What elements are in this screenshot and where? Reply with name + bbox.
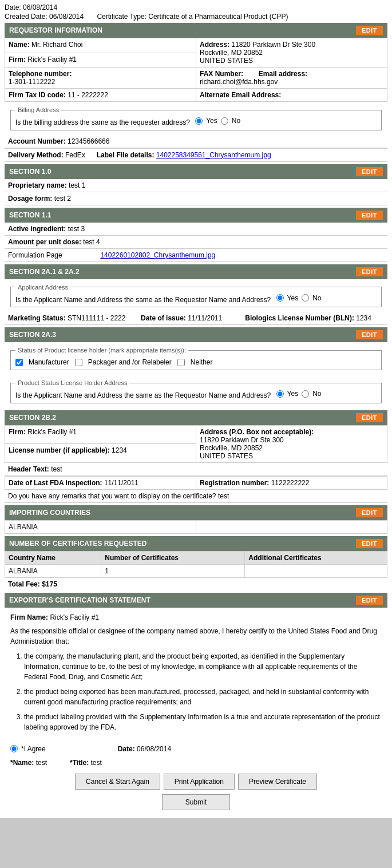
col-country: Country Name bbox=[5, 551, 101, 564]
section2a-header: SECTION 2A.1 & 2A.2 EDIT bbox=[5, 264, 387, 279]
created-date-text: Created Date: 06/08/2014 bbox=[5, 13, 84, 21]
requestor-info-table: Name: Mr. Richard Choi Address: 11820 Pa… bbox=[5, 38, 387, 102]
col-number: Number of Certificates bbox=[101, 551, 245, 564]
dosage-form-row: Dosage form: test 2 bbox=[5, 192, 387, 205]
cert-list: the company, the manufacturing plant, an… bbox=[24, 651, 382, 732]
requestor-firm-cell: Firm: Rick's Faciliy #1 bbox=[5, 53, 196, 68]
requestor-section-header: REQUESTOR INFORMATION EDIT bbox=[5, 23, 387, 38]
importing-section-header: IMPORTING COUNTRIES EDIT bbox=[5, 505, 387, 520]
cert-country-cell: ALBANIA bbox=[5, 564, 101, 577]
section10-edit-button[interactable]: EDIT bbox=[356, 167, 383, 176]
cert-type-label: Certificate Type: bbox=[97, 13, 146, 21]
meta-date: Date: 06/08/2014 bbox=[5, 3, 387, 11]
requestor-tax-cell: Firm Tax ID code: 11 - 2222222 bbox=[5, 89, 196, 102]
billing-radio-group: Yes No bbox=[195, 117, 240, 125]
certificates-table: Country Name Number of Certificates Addi… bbox=[5, 551, 387, 578]
col-additional: Additional Certificates bbox=[245, 551, 387, 564]
title-field: *Title: test bbox=[70, 759, 102, 767]
cancel-button[interactable]: Cancel & Start Again bbox=[75, 774, 160, 790]
requestor-address-cell: Address: 11820 Parklawn Dr Ste 300 Rockv… bbox=[196, 38, 387, 68]
billing-fieldset: Billing Address Is the billing address t… bbox=[10, 106, 382, 130]
applicant-address-wrapper: Applicant Address Is the Applicant Name … bbox=[5, 279, 387, 312]
cert-additional-cell bbox=[245, 564, 387, 577]
section11-edit-button[interactable]: EDIT bbox=[356, 211, 383, 220]
applicant-radio-group: Yes No bbox=[276, 294, 322, 302]
print-button[interactable]: Print Application bbox=[164, 774, 235, 790]
header-text-row: Header Text: test bbox=[5, 463, 387, 476]
billing-no-radio[interactable] bbox=[221, 117, 228, 125]
cert-number-cell: 1 bbox=[101, 564, 245, 577]
certificates-section-header: NUMBER OF CERTIFICATES REQUESTED EDIT bbox=[5, 536, 387, 551]
product-no-radio[interactable] bbox=[302, 390, 309, 398]
requestor-phone-cell: Telephone number: 1-301-1112222 bbox=[5, 68, 196, 89]
meta-created: Created Date: 06/08/2014 Certificate Typ… bbox=[5, 13, 387, 21]
submit-button[interactable]: Submit bbox=[162, 794, 230, 810]
product-status-address-wrapper: Product Status License Holder Address Is… bbox=[5, 375, 387, 408]
section2b2-firm-cell: Firm: Rick's Faciliy #1 bbox=[5, 425, 196, 444]
section2a3-header: SECTION 2A.3 EDIT bbox=[5, 327, 387, 342]
delivery-row: Delivery Method: FedEx Label File detail… bbox=[5, 149, 387, 162]
bottom-buttons: Cancel & Start Again Print Application P… bbox=[5, 769, 387, 794]
section2b2-header: SECTION 2B.2 EDIT bbox=[5, 410, 387, 425]
requestor-edit-button[interactable]: EDIT bbox=[356, 26, 383, 35]
manufacturer-checkbox[interactable] bbox=[15, 359, 23, 366]
marketing-status-row: Marketing Status: STN111111 - 2222 Date … bbox=[5, 312, 387, 325]
name-title-row: *Name: test *Title: test bbox=[5, 756, 387, 769]
billing-yes-radio[interactable] bbox=[195, 117, 203, 125]
submit-row: Submit bbox=[5, 794, 387, 815]
formulation-row: Formulation Page 1402260102802_Chrysanth… bbox=[5, 249, 387, 262]
importing-edit-button[interactable]: EDIT bbox=[356, 508, 383, 517]
section10-header: SECTION 1.0 EDIT bbox=[5, 164, 387, 179]
section2b2-address-cell: Address (P.O. Box not acceptable): 11820… bbox=[196, 425, 387, 462]
certificates-edit-button[interactable]: EDIT bbox=[356, 539, 383, 548]
section2a-edit-button[interactable]: EDIT bbox=[356, 267, 383, 276]
active-ingredient-row: Active ingredient: test 3 bbox=[5, 223, 387, 236]
applicant-fieldset: Applicant Address Is the Applicant Name … bbox=[10, 284, 382, 308]
importing-table: ALBANIA bbox=[5, 520, 387, 534]
product-status-radio-group: Yes No bbox=[276, 390, 322, 398]
importing-country-cell: ALBANIA bbox=[5, 520, 196, 533]
agree-radio[interactable] bbox=[10, 745, 18, 752]
firm-name-line: Firm Name: Rick's Faciliy #1 bbox=[10, 612, 382, 623]
preview-button[interactable]: Preview Certificate bbox=[238, 774, 317, 790]
agree-row: *I Agree Date: 06/08/2014 bbox=[5, 742, 387, 756]
requestor-fax-email-cell: FAX Number: Email address: richard.choi@… bbox=[196, 68, 387, 89]
requestor-altemail-cell: Alternate Email Address: bbox=[196, 89, 387, 102]
agree-date: Date: 06/08/2014 bbox=[118, 745, 171, 753]
remarks-row: Do you have any remarks that you want to… bbox=[5, 490, 387, 503]
exporters-section-header: EXPORTER'S CERTIFICATION STATEMENT EDIT bbox=[5, 593, 387, 608]
packager-checkbox[interactable] bbox=[75, 359, 82, 366]
applicant-yes-radio[interactable] bbox=[276, 294, 284, 302]
product-license-fieldset: Status of Product license holder (mark a… bbox=[10, 347, 382, 370]
cert-statement: Firm Name: Rick's Faciliy #1 As the resp… bbox=[5, 608, 387, 742]
cert-item-2: the product being exported has been manu… bbox=[24, 687, 382, 707]
name-field: *Name: test bbox=[10, 759, 47, 767]
product-license-checkboxes: Manufacturer Packager and /or Relabeler … bbox=[15, 358, 377, 366]
fda-registration-table: Date of Last FDA inspection: 11/11/2011 … bbox=[5, 476, 387, 490]
last-fda-cell: Date of Last FDA inspection: 11/11/2011 bbox=[5, 476, 196, 489]
section2a3-edit-button[interactable]: EDIT bbox=[356, 330, 383, 339]
section2b2-license-cell: License number (if applicable): 1234 bbox=[5, 444, 196, 463]
neither-checkbox[interactable] bbox=[177, 359, 185, 366]
billing-address-fieldset: Billing Address Is the billing address t… bbox=[5, 102, 387, 135]
label-file-link[interactable]: 1402258349561_Chrysanthemum.jpg bbox=[156, 151, 271, 159]
product-status-fieldset: Product Status License Holder Address Is… bbox=[10, 379, 382, 403]
cert-type-value: Certificate of a Pharmaceutical Product … bbox=[148, 13, 288, 21]
formulation-file-link[interactable]: 1402260102802_Chrysanthemum.jpg bbox=[100, 251, 215, 259]
product-yes-radio[interactable] bbox=[276, 390, 284, 398]
cert-item-3: the product labeling provided with the S… bbox=[24, 712, 382, 732]
requestor-name-cell: Name: Mr. Richard Choi bbox=[5, 38, 196, 53]
table-row: ALBANIA 1 bbox=[5, 564, 387, 577]
section11-header: SECTION 1.1 EDIT bbox=[5, 208, 387, 223]
proprietary-name-row: Proprietary name: test 1 bbox=[5, 179, 387, 192]
section2b2-table: Firm: Rick's Faciliy #1 Address (P.O. Bo… bbox=[5, 425, 387, 463]
importing-country-cell2 bbox=[196, 520, 387, 533]
exporters-edit-button[interactable]: EDIT bbox=[356, 596, 383, 605]
applicant-no-radio[interactable] bbox=[302, 294, 309, 302]
cert-item-1: the company, the manufacturing plant, an… bbox=[24, 651, 382, 682]
total-fee-row: Total Fee: $175 bbox=[5, 578, 387, 590]
section2b2-edit-button[interactable]: EDIT bbox=[356, 413, 383, 422]
cert-intro: As the responsible official or designee … bbox=[10, 626, 382, 647]
amount-unit-row: Amount per unit dose: test 4 bbox=[5, 236, 387, 249]
registration-cell: Registration number: 1122222222 bbox=[196, 476, 387, 489]
